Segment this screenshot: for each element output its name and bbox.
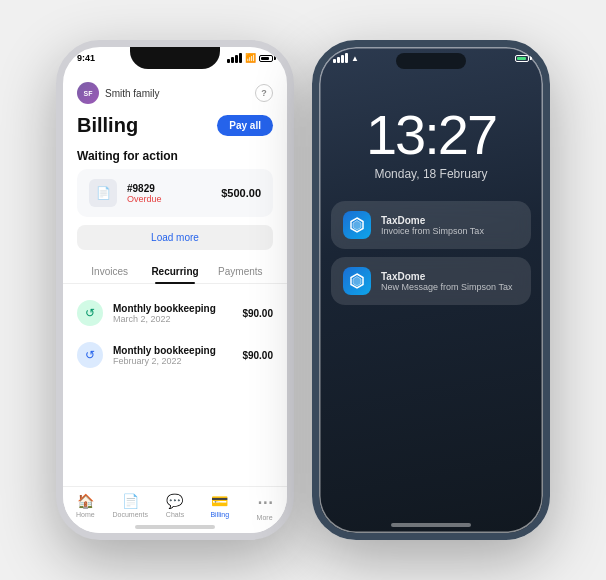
invoice-number: #9829 (127, 183, 211, 194)
notification-app-1: TaxDome (381, 215, 519, 226)
notification-message-1: Invoice from Simpson Tax (381, 226, 519, 236)
recurring-date-2: February 2, 2022 (113, 356, 232, 366)
svg-marker-3 (353, 277, 361, 287)
recurring-info-1: Monthly bookkeeping March 2, 2022 (113, 303, 232, 324)
dark-home-indicator (391, 523, 471, 527)
notification-content-2: TaxDome New Message from Simpson Tax (381, 271, 519, 292)
documents-icon: 📄 (122, 493, 139, 509)
nav-chats[interactable]: 💬 Chats (153, 493, 198, 521)
dark-phone: ▲ 13:27 Monday, 18 February (312, 40, 550, 540)
time-display: 13:27 (319, 107, 543, 163)
nav-home[interactable]: 🏠 Home (63, 493, 108, 521)
dark-battery (515, 55, 529, 62)
recurring-item-1[interactable]: ↺ Monthly bookkeeping March 2, 2022 $90.… (63, 292, 287, 334)
notification-content-1: TaxDome Invoice from Simpson Tax (381, 215, 519, 236)
recurring-icon-2: ↺ (77, 342, 103, 368)
chats-icon: 💬 (166, 493, 183, 509)
recurring-item-2[interactable]: ↺ Monthly bookkeeping February 2, 2022 $… (63, 334, 287, 376)
dark-signal-icon (333, 53, 348, 63)
recurring-amount-1: $90.00 (242, 308, 273, 319)
dark-battery-icon (515, 55, 529, 62)
svg-marker-1 (353, 221, 361, 231)
user-info: SF Smith family (77, 82, 159, 104)
invoice-amount: $500.00 (221, 187, 261, 199)
invoice-icon: 📄 (89, 179, 117, 207)
recurring-info-2: Monthly bookkeeping February 2, 2022 (113, 345, 232, 366)
recurring-icon-1: ↺ (77, 300, 103, 326)
waiting-section-title: Waiting for action (63, 145, 287, 169)
invoice-info: #9829 Overdue (127, 183, 211, 204)
battery-icon (259, 55, 273, 62)
notification-1[interactable]: TaxDome Invoice from Simpson Tax (331, 201, 531, 249)
billing-row: Billing Pay all (63, 110, 287, 145)
invoice-card[interactable]: 📄 #9829 Overdue $500.00 (77, 169, 273, 217)
nav-documents-label: Documents (112, 511, 147, 518)
recurring-date-1: March 2, 2022 (113, 314, 232, 324)
recurring-amount-2: $90.00 (242, 350, 273, 361)
lock-screen-content: 13:27 Monday, 18 February TaxDome Invoic… (319, 77, 543, 533)
nav-billing[interactable]: 💳 Billing (197, 493, 242, 521)
wifi-icon: 📶 (245, 53, 256, 63)
avatar: SF (77, 82, 99, 104)
notification-2[interactable]: TaxDome New Message from Simpson Tax (331, 257, 531, 305)
nav-documents[interactable]: 📄 Documents (108, 493, 153, 521)
recurring-name-1: Monthly bookkeeping (113, 303, 232, 314)
load-more-button[interactable]: Load more (77, 225, 273, 250)
notification-message-2: New Message from Simpson Tax (381, 282, 519, 292)
more-icon: ⋯ (257, 493, 273, 512)
invoice-status: Overdue (127, 194, 211, 204)
username: Smith family (105, 88, 159, 99)
status-icons: 📶 (227, 53, 273, 63)
app-content: SF Smith family ? Billing Pay all Waitin… (63, 72, 287, 533)
pay-all-button[interactable]: Pay all (217, 115, 273, 136)
notch (130, 47, 220, 69)
tab-invoices[interactable]: Invoices (77, 260, 142, 283)
tab-payments[interactable]: Payments (208, 260, 273, 283)
home-icon: 🏠 (77, 493, 94, 509)
light-phone: 9:41 📶 SF (56, 40, 294, 540)
nav-billing-label: Billing (210, 511, 229, 518)
nav-home-label: Home (76, 511, 95, 518)
lock-time: 13:27 (319, 107, 543, 163)
taxdome-icon-2 (343, 267, 371, 295)
billing-icon: 💳 (211, 493, 228, 509)
notification-app-2: TaxDome (381, 271, 519, 282)
signal-icon (227, 53, 242, 63)
date-display: Monday, 18 February (319, 167, 543, 181)
taxdome-icon-1 (343, 211, 371, 239)
recurring-name-2: Monthly bookkeeping (113, 345, 232, 356)
status-time: 9:41 (77, 53, 95, 63)
home-indicator (135, 525, 215, 529)
nav-chats-label: Chats (166, 511, 184, 518)
dynamic-island (396, 53, 466, 69)
dark-wifi-icon: ▲ (351, 54, 359, 63)
nav-more[interactable]: ⋯ More (242, 493, 287, 521)
nav-more-label: More (257, 514, 273, 521)
help-button[interactable]: ? (255, 84, 273, 102)
tabs: Invoices Recurring Payments (63, 260, 287, 284)
tab-recurring[interactable]: Recurring (142, 260, 207, 283)
billing-title: Billing (77, 114, 138, 137)
app-header: SF Smith family ? (63, 72, 287, 110)
